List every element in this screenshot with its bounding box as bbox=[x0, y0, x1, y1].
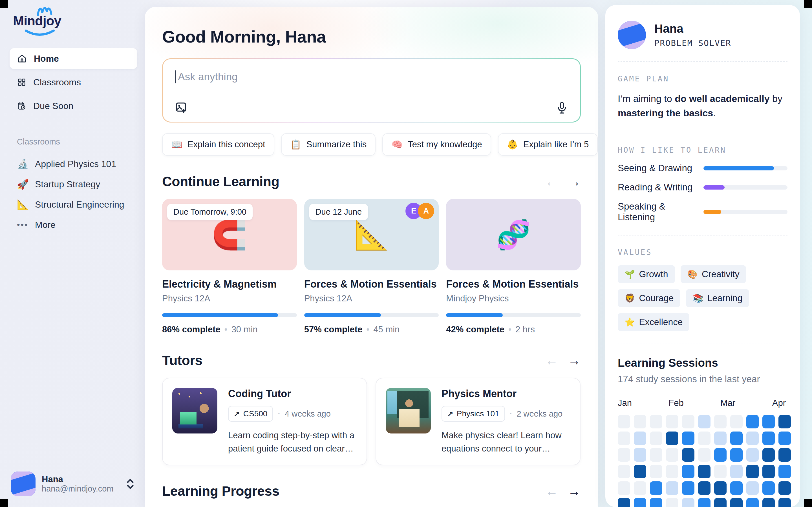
heatmap-cell bbox=[666, 432, 678, 445]
quick-action-emoji-icon: 📋 bbox=[290, 139, 301, 150]
learning-sessions-subtitle: 174 study sessions in the last year bbox=[618, 374, 788, 385]
heatmap-cell bbox=[762, 465, 775, 478]
logo-squiggle-icon bbox=[37, 5, 61, 16]
heatmap-cell bbox=[634, 498, 646, 507]
heatmap-cell bbox=[730, 448, 743, 462]
classroom-emoji-icon: 🚀 bbox=[17, 179, 28, 190]
dot-separator: • bbox=[224, 325, 227, 335]
heatmap-cell bbox=[730, 498, 743, 507]
learn-style-bar-fill bbox=[703, 166, 774, 170]
value-chip: 📚Learning bbox=[686, 289, 749, 307]
profile-header: Hana PROBLEM SOLVER bbox=[618, 21, 788, 49]
quick-action-chip[interactable]: 👶Explain like I’m 5 bbox=[498, 133, 598, 156]
classroom-emoji-icon: 🔬 bbox=[17, 158, 28, 170]
heatmap-cell bbox=[762, 448, 775, 462]
game-plan-label: GAME PLAN bbox=[618, 74, 788, 83]
ask-anything-input[interactable]: Ask anything bbox=[162, 58, 581, 122]
value-chip: ⭐Excellence bbox=[618, 313, 689, 331]
sessions-heatmap bbox=[618, 415, 788, 507]
lesson-emoji-icon: 🧲 bbox=[212, 218, 247, 251]
sidebar-item-more[interactable]: ••• More bbox=[10, 215, 137, 235]
heatmap-cell bbox=[650, 415, 662, 429]
heatmap-cell bbox=[746, 482, 759, 495]
attach-image-button[interactable] bbox=[175, 101, 188, 114]
heatmap-cell bbox=[730, 415, 743, 429]
heatmap-cell bbox=[618, 498, 630, 507]
image-upload-icon bbox=[175, 101, 188, 114]
quick-action-emoji-icon: 📖 bbox=[171, 139, 183, 150]
dot-separator: • bbox=[278, 411, 280, 416]
user-account-switcher[interactable]: Hana hana@mindjoy.com bbox=[7, 469, 139, 499]
learn-style-row: Reading & Writing bbox=[618, 182, 788, 193]
heatmap-cell bbox=[698, 415, 711, 429]
scroll-left-button[interactable]: ← bbox=[545, 354, 558, 367]
quick-action-chip[interactable]: 📖Explain this concept bbox=[162, 133, 274, 156]
tutor-meta: ↗CS500•4 weeks ago bbox=[228, 406, 357, 421]
lesson-stats: 57% complete•45 min bbox=[304, 325, 439, 335]
last-used-time: 2 weeks ago bbox=[516, 409, 562, 418]
heatmap-cell bbox=[762, 498, 775, 507]
learn-style-label: Reading & Writing bbox=[618, 182, 693, 193]
quick-action-chip[interactable]: 🧠Test my knowledge bbox=[382, 133, 491, 156]
continue-learning-card[interactable]: Due Tomorrow, 9:00🧲Electricity & Magneti… bbox=[162, 199, 297, 335]
scroll-right-button[interactable]: → bbox=[568, 354, 581, 367]
sidebar-item-classroom[interactable]: 🔬Applied Physics 101 bbox=[10, 154, 137, 174]
divider bbox=[618, 133, 788, 133]
quick-action-chip[interactable]: 📋Summarize this bbox=[281, 133, 376, 156]
sidebar-item-due-soon[interactable]: Due Soon bbox=[10, 96, 137, 116]
lesson-progress-fill bbox=[304, 313, 381, 317]
course-tag-label: CS500 bbox=[243, 409, 267, 418]
scroll-right-button[interactable]: → bbox=[568, 175, 581, 188]
heatmap-cell bbox=[618, 465, 630, 478]
tutor-card[interactable]: Coding Tutor↗CS500•4 weeks agoLearn codi… bbox=[162, 378, 367, 465]
heatmap-cell bbox=[778, 448, 791, 462]
value-chip: 🌱Growth bbox=[618, 265, 675, 283]
screen-corner-artifact bbox=[804, 0, 812, 8]
month-label: Feb bbox=[668, 398, 683, 408]
scroll-left-button[interactable]: ← bbox=[545, 485, 558, 498]
quick-action-label: Test my knowledge bbox=[408, 139, 482, 150]
continue-learning-card[interactable]: Due 12 JuneEA📐Forces & Motion Essentials… bbox=[304, 199, 439, 335]
heatmap-cell bbox=[746, 415, 759, 429]
values-label: VALUES bbox=[618, 248, 788, 257]
sidebar-item-home[interactable]: Home bbox=[10, 48, 137, 69]
heatmap-cell bbox=[714, 432, 726, 445]
quick-action-emoji-icon: 👶 bbox=[507, 139, 518, 150]
learn-style-rows: Seeing & DrawingReading & WritingSpeakin… bbox=[618, 163, 788, 223]
sidebar-item-classrooms[interactable]: Classrooms bbox=[10, 72, 137, 93]
time-remaining: 45 min bbox=[373, 325, 400, 335]
heatmap-cell bbox=[682, 482, 695, 495]
scroll-left-button[interactable]: ← bbox=[545, 175, 558, 188]
lesson-artwork: 🧬 bbox=[446, 199, 581, 270]
continue-learning-card[interactable]: 🧬Forces & Motion EssentialsMindjoy Physi… bbox=[446, 199, 581, 335]
user-name: Hana bbox=[42, 474, 119, 485]
course-tag-button[interactable]: ↗CS500 bbox=[228, 406, 273, 421]
dot-separator: • bbox=[510, 411, 512, 416]
heatmap-cell bbox=[666, 482, 678, 495]
heatmap-cell bbox=[698, 448, 711, 462]
heatmap-cell bbox=[634, 465, 646, 478]
heatmap-cell bbox=[634, 448, 646, 462]
heatmap-cell bbox=[762, 415, 775, 429]
pixel-art-teacher-chalkboard bbox=[386, 388, 431, 434]
value-label: Courage bbox=[639, 293, 673, 303]
nav-item-label: Due Soon bbox=[33, 101, 73, 111]
course-tag-button[interactable]: ↗Physics 101 bbox=[442, 406, 505, 421]
value-emoji-icon: 🎨 bbox=[688, 269, 698, 279]
learn-style-label: HOW I LIKE TO LEARN bbox=[618, 146, 788, 154]
scroll-right-button[interactable]: → bbox=[568, 485, 581, 498]
value-label: Growth bbox=[639, 269, 668, 279]
heatmap-cell bbox=[650, 498, 662, 507]
pixel-art-coder-at-night bbox=[172, 388, 217, 434]
heatmap-cell bbox=[762, 432, 775, 445]
tutor-card[interactable]: Physics Mentor↗Physics 101•2 weeks agoMa… bbox=[375, 378, 580, 465]
dot-separator: • bbox=[508, 325, 511, 335]
tutor-title: Physics Mentor bbox=[442, 388, 570, 400]
heatmap-cell bbox=[730, 482, 743, 495]
grid-icon bbox=[17, 77, 27, 87]
continue-learning-header: Continue Learning ← → bbox=[162, 174, 581, 189]
voice-input-button[interactable] bbox=[556, 101, 568, 114]
learning-progress-title: Learning Progress bbox=[162, 483, 280, 499]
sidebar-item-classroom[interactable]: 🚀Startup Strategy bbox=[10, 174, 137, 194]
sidebar-item-classroom[interactable]: 📐Structural Engineering bbox=[10, 194, 137, 215]
